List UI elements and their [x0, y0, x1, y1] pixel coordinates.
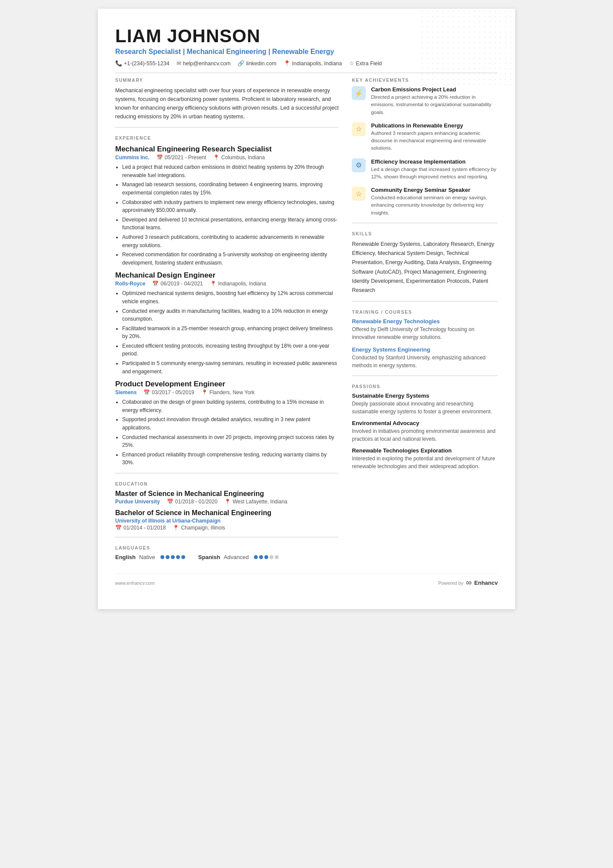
job-dates-2: 📅 06/2019 - 04/2021	[152, 281, 203, 287]
education-divider	[115, 473, 339, 473]
pin-icon-e1: 📍	[224, 499, 231, 505]
dot-e4	[176, 555, 180, 559]
achievement-content-2: Publications in Renewable Energy Authore…	[371, 122, 498, 152]
job-dates-1: 📅 05/2021 - Present	[157, 154, 206, 161]
education-label: EDUCATION	[115, 481, 339, 486]
lang-spanish: Spanish Advanced	[198, 554, 279, 560]
star-icon: ☆	[349, 60, 354, 67]
skills-label: SKILLS	[352, 231, 498, 236]
bullet-2-2: Conducted energy audits in manufacturing…	[122, 307, 339, 323]
achievement-content-1: Carbon Emissions Project Lead Directed a…	[371, 86, 498, 116]
training-label: TRAINING / COURSES	[352, 309, 498, 315]
achievement-title-4: Community Energy Seminar Speaker	[371, 187, 498, 193]
summary-label: SUMMARY	[115, 77, 339, 83]
passion-title-2: Environmental Advocacy	[352, 420, 498, 426]
lang-english-dots	[160, 555, 185, 559]
languages-row: English Native Spanish Advanced	[115, 554, 339, 560]
enhancv-logo-icon: ∞	[466, 578, 472, 587]
achievement-desc-2: Authored 3 research papers enhancing aca…	[371, 130, 498, 152]
phone-icon: 📞	[115, 60, 122, 67]
training-1: Renewable Energy Technologies Offered by…	[352, 318, 498, 341]
skills-divider	[352, 223, 498, 223]
job-location-3: 📍 Flanders, New York	[201, 389, 255, 395]
edu-dates-2: 📅 01/2014 - 01/2018	[115, 525, 166, 531]
pin-icon-e2: 📍	[173, 525, 179, 531]
achievement-icon-3: ⚙	[352, 158, 366, 172]
lang-spanish-dots	[254, 555, 279, 559]
calendar-icon-2: 📅	[152, 281, 159, 287]
training-desc-1: Offered by Delft University of Technolog…	[352, 325, 498, 341]
passion-title-1: Sustainable Energy Systems	[352, 392, 498, 399]
bullet-2-4: Executed efficient testing protocols, in…	[122, 342, 339, 358]
lang-english-name: English	[115, 554, 136, 560]
dot-e5	[181, 555, 185, 559]
skills-text: Renewable Energy Systems, Laboratory Res…	[352, 240, 498, 295]
achievement-4: ☆ Community Energy Seminar Speaker Condu…	[352, 187, 498, 217]
dot-s2	[259, 555, 263, 559]
job-company-3: Siemens	[115, 389, 137, 395]
job-meta-2: Rolls-Royce 📅 06/2019 - 04/2021 📍 Indian…	[115, 281, 339, 287]
achievement-3: ⚙ Efficiency Increase Implementation Led…	[352, 158, 498, 181]
bullet-1-2: Managed lab research sessions, coordinat…	[122, 181, 339, 197]
passions-label: PASSIONS	[352, 384, 498, 389]
dot-s3	[264, 555, 268, 559]
languages-divider	[115, 537, 339, 537]
achievement-title-1: Carbon Emissions Project Lead	[371, 86, 498, 93]
job-title-2: Mechanical Design Engineer	[115, 271, 339, 280]
job-company-1: Cummins Inc.	[115, 154, 150, 161]
achievement-1: ⚡ Carbon Emissions Project Lead Directed…	[352, 86, 498, 116]
location-icon: 📍	[283, 60, 290, 67]
passion-desc-3: Interested in exploring the potential an…	[352, 455, 498, 470]
training-desc-2: Conducted by Stanford University, emphas…	[352, 354, 498, 369]
job-location-1: 📍 Columbus, Indiana	[213, 154, 265, 161]
training-2: Energy Systems Engineering Conducted by …	[352, 346, 498, 369]
bullet-2-3: Facilitated teamwork in a 25-member rese…	[122, 325, 339, 341]
bullet-1-6: Received commendation for coordinating a…	[122, 251, 339, 267]
edu-location-1: 📍 West Lafayette, Indiana	[224, 499, 287, 505]
main-layout: SUMMARY Mechanical engineering specialis…	[115, 77, 498, 560]
calendar-icon-1: 📅	[157, 154, 163, 161]
job-title-1: Mechanical Engineering Research Speciali…	[115, 145, 339, 154]
achievement-icon-4: ☆	[352, 187, 366, 201]
edu-meta-2: University of Illinois at Urbana-Champai…	[115, 518, 339, 524]
passion-2: Environmental Advocacy Involved in initi…	[352, 420, 498, 443]
achievement-title-3: Efficiency Increase Implementation	[371, 158, 498, 165]
dot-s5	[275, 555, 279, 559]
powered-by-label: Powered by	[438, 580, 463, 586]
training-divider	[352, 301, 498, 302]
bullet-1-3: Collaborated with industry partners to i…	[122, 198, 339, 214]
lang-english-level: Native	[139, 554, 155, 560]
bullet-1-5: Authored 3 research publications, contri…	[122, 233, 339, 249]
resume-page: LIAM JOHNSON Research Specialist | Mecha…	[98, 9, 515, 609]
achievement-title-2: Publications in Renewable Energy	[371, 122, 498, 129]
job-meta-3: Siemens 📅 03/2017 - 05/2019 📍 Flanders, …	[115, 389, 339, 395]
job-bullets-2: Optimized mechanical systems designs, bo…	[115, 289, 339, 375]
bullet-3-2: Supported product innovation through det…	[122, 416, 339, 432]
passion-title-3: Renewable Technologies Exploration	[352, 447, 498, 454]
footer-website: www.enhancv.com	[115, 580, 155, 586]
bullet-3-4: Enhanced product reliability through com…	[122, 451, 339, 467]
decorative-dots	[420, 9, 515, 87]
dot-e2	[166, 555, 170, 559]
edu-meta-1: Purdue University 📅 01/2018 - 01/2020 📍 …	[115, 499, 339, 505]
enhancv-brand: Enhancv	[474, 580, 498, 586]
job-entry-2: Mechanical Design Engineer Rolls-Royce 📅…	[115, 271, 339, 375]
achievement-icon-2: ☆	[352, 122, 366, 136]
achievement-desc-3: Led a design change that increased syste…	[371, 166, 498, 181]
lang-spanish-level: Advanced	[223, 554, 249, 560]
edu-school-2: University of Illinois at Urbana-Champai…	[115, 518, 220, 524]
training-title-2: Energy Systems Engineering	[352, 346, 498, 353]
pin-icon-2: 📍	[210, 281, 217, 287]
right-column: KEY ACHIEVEMENTS ⚡ Carbon Emissions Proj…	[352, 77, 498, 560]
contact-extra: ☆ Extra Field	[349, 60, 382, 67]
edu-degree-2: Bachelor of Science in Mechanical Engine…	[115, 509, 339, 517]
lang-spanish-name: Spanish	[198, 554, 220, 560]
achievement-content-4: Community Energy Seminar Speaker Conduct…	[371, 187, 498, 217]
achievement-desc-4: Conducted educational seminars on energy…	[371, 194, 498, 217]
achievement-content-3: Efficiency Increase Implementation Led a…	[371, 158, 498, 181]
edu-degree-1: Master of Science in Mechanical Engineer…	[115, 490, 339, 498]
training-title-1: Renewable Energy Technologies	[352, 318, 498, 325]
dot-e3	[171, 555, 175, 559]
passion-desc-2: Involved in initiatives promoting enviro…	[352, 427, 498, 443]
dot-s1	[254, 555, 258, 559]
